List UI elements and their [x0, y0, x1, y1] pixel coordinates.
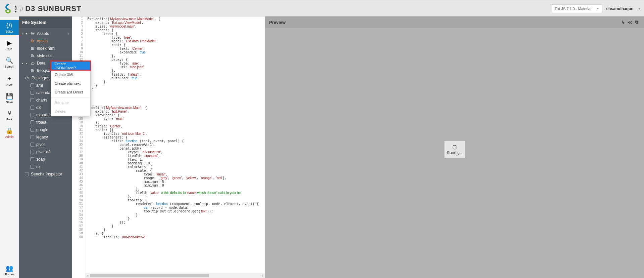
- preview-panel: Preview ↳ ≪ ⧉ Running...: [265, 16, 644, 278]
- checkbox-icon[interactable]: [25, 172, 29, 176]
- rail-run[interactable]: ▶ Run: [0, 37, 19, 53]
- scroll-left-icon[interactable]: ◂: [85, 274, 90, 277]
- rail-search-label: Search: [5, 65, 14, 68]
- search-icon: 🔍: [6, 57, 13, 64]
- fiddle-title: D3 SUNBURST: [25, 4, 81, 13]
- tree-pkg-soap[interactable]: soap: [19, 156, 72, 163]
- checkbox-icon[interactable]: [30, 113, 34, 117]
- tree-file-style-css[interactable]: 🗎style.css: [19, 52, 72, 59]
- file-icon: 🗎: [30, 53, 35, 58]
- ctx-create-json[interactable]: Create JSON/JsonP: [51, 62, 90, 70]
- preview-share-icon[interactable]: ≪: [627, 20, 633, 25]
- rail-admin[interactable]: 🔒 Admin: [0, 125, 19, 141]
- spinner-icon: [452, 145, 457, 150]
- tree-folder-assets[interactable]: ▸▾🗁Assets+: [19, 30, 72, 37]
- tree-pkg-legacy[interactable]: legacy: [19, 133, 72, 141]
- checkbox-icon[interactable]: [30, 83, 34, 87]
- folder-open-icon: 🗁: [25, 76, 30, 80]
- tree-pkg-pivot[interactable]: pivot: [19, 141, 72, 148]
- rail-save[interactable]: 💾 Save: [0, 90, 19, 106]
- rail-editor-label: Editor: [5, 30, 13, 33]
- chevron-down-icon: ▼: [596, 7, 599, 10]
- rail-forum[interactable]: 👥 Forum: [0, 263, 19, 278]
- preview-running-indicator: Running...: [444, 141, 465, 158]
- ctx-delete: Delete: [51, 107, 90, 116]
- checkbox-icon[interactable]: [30, 157, 34, 161]
- checkbox-icon[interactable]: [30, 106, 34, 110]
- lock-icon: 🔒: [6, 127, 13, 134]
- horizontal-scrollbar[interactable]: ◂ ▸: [85, 273, 265, 278]
- context-menu: Create JSON/JsonP Create XML Create plai…: [51, 61, 91, 116]
- users-icon: 👥: [6, 265, 13, 272]
- file-icon: 🗎: [30, 39, 35, 43]
- tree-sencha-inspector[interactable]: Sencha Inspector: [19, 170, 72, 178]
- folder-open-icon: 🗁: [30, 61, 35, 66]
- checkbox-icon[interactable]: [30, 128, 34, 132]
- tree-pkg-pivot-d3[interactable]: pivot-d3: [19, 148, 72, 156]
- file-system-panel: File System ▸▾🗁Assets+ 🗎app.js 🗎index.ht…: [19, 16, 72, 278]
- tree-pkg-ux[interactable]: ux: [19, 163, 72, 170]
- sencha-logo-icon: [3, 4, 13, 13]
- fiddle-mu-icon: µ: [20, 6, 23, 12]
- preview-popout-icon[interactable]: ⧉: [633, 19, 640, 25]
- tree-pkg-froala[interactable]: froala: [19, 119, 72, 126]
- play-icon: ▶: [7, 39, 12, 47]
- rail-fork-label: Fork: [6, 118, 12, 121]
- folder-open-icon: 🗁: [30, 31, 35, 36]
- divider: [51, 97, 90, 97]
- ctx-create-xml[interactable]: Create XML: [51, 70, 90, 79]
- preview-header: Preview ↳ ≪ ⧉: [265, 16, 644, 28]
- checkbox-icon[interactable]: [30, 135, 34, 139]
- rail-save-label: Save: [6, 101, 13, 104]
- line-gutter: 1234567891011121314151617181920252627282…: [72, 16, 85, 278]
- rail-new-label: New: [6, 83, 12, 86]
- add-file-icon[interactable]: +: [67, 31, 70, 36]
- file-system-header: File System: [19, 16, 72, 28]
- rail-search[interactable]: 🔍 Search: [0, 55, 19, 70]
- side-rail: ⟨/⟩ Editor ▶ Run 🔍 Search ＋ New 💾 Save ⑂…: [0, 16, 19, 278]
- ctx-create-plaintext[interactable]: Create plaintext: [51, 79, 90, 88]
- code-content[interactable]: Ext.define('MyApp.view.main.MainModel', …: [85, 17, 265, 239]
- checkbox-icon[interactable]: [30, 150, 34, 154]
- user-name: ehsanulhaque: [606, 6, 633, 11]
- code-editor[interactable]: 1234567891011121314151617181920252627282…: [72, 16, 265, 278]
- checkbox-icon[interactable]: [30, 120, 34, 124]
- preview-running-label: Running...: [447, 151, 462, 155]
- save-icon: 💾: [6, 92, 13, 100]
- fork-icon: ⑂: [8, 110, 11, 117]
- framework-select[interactable]: Ext JS 7.1.0 - Material ▼: [552, 4, 602, 13]
- checkbox-icon[interactable]: [30, 98, 34, 102]
- chevron-down-icon: ▼: [638, 7, 641, 10]
- rail-run-label: Run: [7, 47, 12, 51]
- top-bar: ▴ 0 ▾ µ D3 SUNBURST Ext JS 7.1.0 - Mater…: [0, 1, 644, 16]
- vote-down-icon[interactable]: ▾: [15, 10, 17, 13]
- file-icon: 🗎: [30, 68, 35, 73]
- ctx-rename: Rename: [51, 98, 90, 107]
- scroll-track[interactable]: [90, 273, 260, 278]
- code-icon: ⟨/⟩: [6, 22, 12, 29]
- file-icon: 🗎: [30, 46, 35, 51]
- preview-redirect-icon[interactable]: ↳: [620, 20, 627, 25]
- framework-select-value: Ext JS 7.1.0 - Material: [555, 7, 591, 11]
- title-wrap: µ D3 SUNBURST: [20, 4, 82, 13]
- rail-new[interactable]: ＋ New: [0, 72, 19, 88]
- rail-admin-label: Admin: [5, 135, 14, 138]
- rail-editor[interactable]: ⟨/⟩ Editor: [0, 20, 19, 35]
- user-menu[interactable]: ehsanulhaque ▼: [606, 6, 641, 11]
- rail-fork[interactable]: ⑂ Fork: [0, 108, 19, 123]
- ctx-create-ext-direct[interactable]: Create Ext Direct: [51, 88, 90, 96]
- code-viewport[interactable]: Ext.define('MyApp.view.main.MainModel', …: [85, 16, 265, 278]
- tree-file-app-js[interactable]: 🗎app.js: [19, 37, 72, 45]
- tree-pkg-google[interactable]: google: [19, 126, 72, 133]
- rail-forum-label: Forum: [5, 273, 14, 276]
- plus-icon: ＋: [6, 74, 12, 82]
- scroll-thumb[interactable]: [90, 274, 209, 277]
- checkbox-icon[interactable]: [30, 91, 34, 95]
- checkbox-icon[interactable]: [30, 143, 34, 147]
- preview-title: Preview: [269, 20, 286, 25]
- scroll-right-icon[interactable]: ▸: [260, 274, 265, 277]
- checkbox-icon[interactable]: [30, 165, 34, 169]
- tree-file-index-html[interactable]: 🗎index.html: [19, 45, 72, 52]
- vote-widget: ▴ 0 ▾: [15, 5, 17, 13]
